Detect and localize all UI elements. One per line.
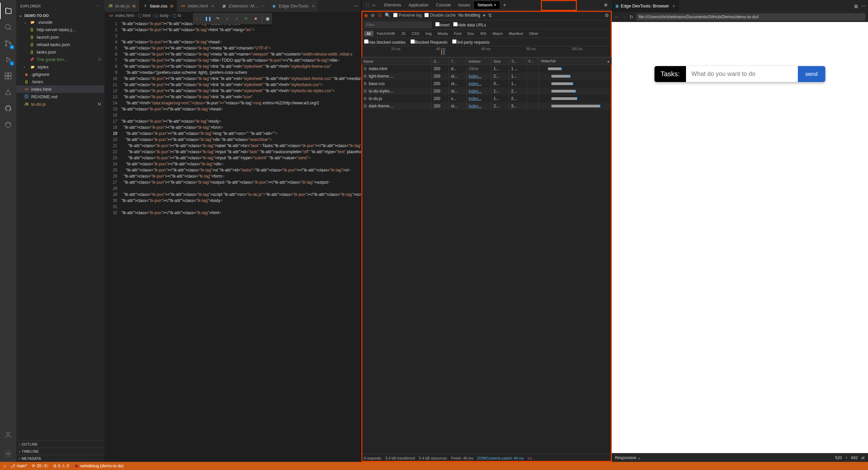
branch-indicator[interactable]: ⎇ main* (11, 464, 27, 468)
explorer-icon[interactable] (0, 3, 16, 19)
pill-manifest[interactable]: Manifest (506, 31, 526, 36)
stop-icon[interactable]: ■ (251, 14, 260, 23)
device-icon[interactable]: ▭ (372, 3, 376, 7)
chevron-down-icon[interactable]: ▾ (483, 13, 485, 18)
hide-data-checkbox[interactable]: Hide data URLs (453, 22, 486, 27)
split-icon[interactable]: ▥ (854, 4, 858, 8)
file-hintrc[interactable]: {}.hintrc (16, 78, 104, 85)
forward-icon[interactable]: → (622, 14, 627, 20)
send-button[interactable]: send (798, 66, 825, 82)
folder-vscode[interactable]: ⌄📂.vscode (16, 18, 104, 26)
file-reload-tasks-json[interactable]: {}reload-tasks.json (16, 41, 104, 48)
folder-styles[interactable]: ›📁styles (16, 63, 104, 70)
edge-icon[interactable] (0, 117, 16, 133)
network-table[interactable]: NameS...T...InitiatorSizeTi...F...Waterf… (361, 57, 612, 454)
tab-elements[interactable]: Elements (381, 1, 405, 9)
record-icon[interactable]: ◉ (364, 13, 368, 18)
pill-media[interactable]: Media (435, 31, 450, 36)
run-debug-icon[interactable]: 1 (0, 52, 16, 68)
step-over-icon[interactable]: ↷ (213, 14, 222, 23)
filter-input[interactable] (364, 22, 432, 28)
network-settings-icon[interactable]: ⚙ (605, 13, 609, 18)
wifi-icon[interactable]: ⇅ (488, 13, 492, 18)
code-editor[interactable]: 1234567891011121314151617181920212223242… (104, 19, 361, 462)
tab-console[interactable]: Console (432, 1, 454, 9)
file-great-thing[interactable]: 📌The great thin...U (16, 56, 104, 63)
problems-indicator[interactable]: ⊘ 0 ⚠ 0 (53, 464, 69, 468)
file-readme[interactable]: ⓘREADME.md (16, 93, 104, 100)
rotate-icon[interactable]: ⇄ (861, 455, 865, 460)
invert-checkbox[interactable]: Invert (435, 22, 450, 27)
pill-css[interactable]: CSS (409, 31, 422, 36)
clear-icon[interactable]: ⊘ (371, 13, 375, 18)
request-row[interactable]: 🗎base.css200st...index... 5...1... (361, 80, 611, 87)
file-gitignore[interactable]: ◆.gitignore (16, 70, 104, 78)
request-row[interactable]: 🗎dark-theme....200st...index... 2...3... (361, 102, 611, 110)
pill-js[interactable]: JS (399, 31, 408, 36)
pill-ws[interactable]: WS (478, 31, 489, 36)
restart-icon[interactable]: ↻ (242, 14, 250, 23)
more-icon[interactable]: ⋯ (97, 4, 100, 8)
settings-icon[interactable] (0, 446, 16, 462)
tab-index-html[interactable]: <>index.html× (177, 0, 218, 12)
file-index-html[interactable]: <>index.html (16, 85, 104, 93)
tab-extension[interactable]: ▦Extension: M...⋯ (218, 0, 268, 12)
pill-all[interactable]: All (364, 31, 374, 36)
github-icon[interactable] (0, 100, 16, 117)
close-icon[interactable]: × (494, 3, 496, 7)
viewport-height[interactable]: 842 (851, 455, 858, 460)
tab-issues[interactable]: Issues (455, 1, 473, 9)
tab-edge-devtools[interactable]: ◉Edge DevTools× (268, 0, 319, 12)
sync-indicator[interactable]: ⟳ 20↓ 0↑ (32, 464, 48, 468)
file-http-server-tasks[interactable]: {}http-server-tasks.j... (16, 26, 104, 33)
tab-network[interactable]: Network× (474, 1, 500, 9)
reload-icon[interactable]: ↻ (629, 14, 633, 20)
pill-other[interactable]: Other (526, 31, 541, 36)
preserve-log-checkbox[interactable]: Preserve log (393, 13, 422, 18)
devtools-settings-icon[interactable]: ⚙ (604, 3, 608, 7)
tab-base-css[interactable]: #base.cssM (139, 0, 177, 12)
request-row[interactable]: 🗎to-do-styles....200st...index... 1...2.… (361, 87, 611, 95)
extensions-icon[interactable] (0, 68, 16, 84)
inspect-icon[interactable]: ⬚ (365, 3, 369, 7)
close-icon[interactable]: × (211, 3, 214, 9)
back-icon[interactable]: ← (614, 14, 619, 20)
timeline-overview[interactable]: 20 ms40 ms60 ms80 ms100 ms (361, 46, 612, 57)
step-out-icon[interactable]: ↑ (232, 14, 241, 23)
project-root[interactable]: ⌄DEMO-TO-DO (16, 13, 104, 18)
grip-icon[interactable]: ⋮⋮ (194, 14, 203, 23)
azure-icon[interactable] (0, 84, 16, 100)
outline-section[interactable]: ›OUTLINE (16, 441, 104, 448)
pill-wasm[interactable]: Wasm (490, 31, 506, 36)
accounts-icon[interactable] (0, 427, 16, 443)
metadata-section[interactable]: ›METADATA (16, 455, 104, 462)
pill-img[interactable]: Img (423, 31, 434, 36)
timeline-section[interactable]: ›TIMELINE (16, 448, 104, 455)
request-row[interactable]: 🗎to-do.js200s...index... 1...2... (361, 95, 611, 102)
add-tab-icon[interactable]: + (500, 2, 509, 8)
pill-fetch/xhr[interactable]: Fetch/XHR (374, 31, 398, 36)
filter-toggle-icon[interactable]: ☰ (378, 13, 382, 18)
tab-todo-js[interactable]: JSto-do.jsM (104, 0, 139, 12)
file-launch-json[interactable]: {}launch.json (16, 33, 104, 41)
source-control-icon[interactable]: 4 (0, 35, 16, 52)
task-input[interactable] (686, 66, 798, 82)
responsive-select[interactable]: Responsive ⌄ (615, 455, 641, 460)
tab-application[interactable]: Application (405, 1, 432, 9)
browser-tab[interactable]: ◉Edge DevTools: Browser× (612, 0, 679, 12)
search-icon[interactable] (0, 19, 16, 35)
request-row[interactable]: 🗎light-theme....200st...index... 2...1..… (361, 73, 611, 80)
close-icon[interactable]: × (672, 3, 675, 9)
file-tasks-json[interactable]: {}tasks.json (16, 48, 104, 56)
viewport-width[interactable]: 520 (835, 455, 842, 460)
request-row[interactable]: 🗎index.html200d...Other 1...1 ... (361, 65, 611, 73)
more-icon[interactable]: ⋯ (861, 4, 865, 8)
debug-pane-icon[interactable]: ▣ (262, 14, 271, 23)
debug-target[interactable]: 🐞 webdebug (demo-to-do) (74, 464, 124, 468)
pill-doc[interactable]: Doc (465, 31, 477, 36)
step-into-icon[interactable]: ↓ (223, 14, 231, 23)
close-icon[interactable]: × (312, 3, 315, 9)
url-input[interactable] (636, 13, 866, 21)
pause-icon[interactable]: ❚❚ (204, 14, 213, 23)
disable-cache-checkbox[interactable]: Disable cache (424, 13, 456, 18)
